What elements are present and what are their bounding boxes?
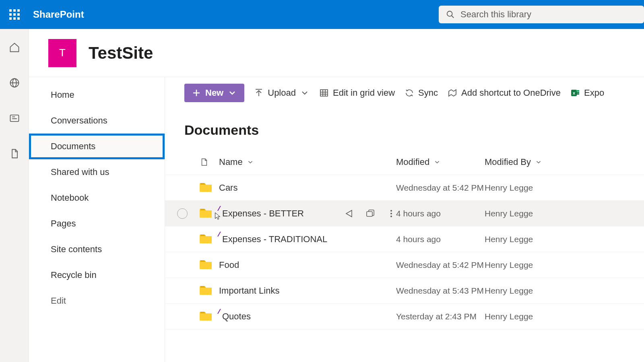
nav-documents[interactable]: Documents <box>29 134 165 159</box>
file-icon <box>9 148 20 159</box>
nav-edit[interactable]: Edit <box>29 288 165 314</box>
folder-icon <box>200 284 213 295</box>
item-modified-by: Henry Legge <box>485 209 565 218</box>
col-modified-label: Modified <box>396 157 429 167</box>
share-icon[interactable] <box>345 209 354 218</box>
grid-view-button[interactable]: Edit in grid view <box>319 88 395 98</box>
app-rail <box>0 29 29 362</box>
folder-icon <box>200 181 213 192</box>
new-button[interactable]: New <box>184 84 244 102</box>
document-list: Name Modified Modified By <box>165 149 644 362</box>
svg-point-0 <box>447 11 452 16</box>
list-header: Name Modified Modified By <box>165 149 644 175</box>
list-row[interactable]: ⁄⁄⁄Expenses - BETTER4 hours agoHenry Leg… <box>165 201 644 226</box>
list-row[interactable]: FoodWednesday at 5:42 PMHenry Legge <box>165 252 644 278</box>
item-modified: Wednesday at 5:42 PM <box>396 183 485 193</box>
svg-point-24 <box>390 213 392 214</box>
nav-notebook[interactable]: Notebook <box>29 185 165 211</box>
site-name[interactable]: TestSite <box>89 43 153 63</box>
item-name[interactable]: Quotes <box>222 311 251 322</box>
site-logo[interactable]: T <box>48 39 76 67</box>
rail-home[interactable] <box>6 39 23 56</box>
col-name-label: Name <box>219 157 243 167</box>
search-box[interactable] <box>439 6 644 23</box>
svg-rect-22 <box>367 212 372 216</box>
sync-icon <box>405 88 414 98</box>
app-launcher[interactable] <box>0 0 29 29</box>
svg-rect-20 <box>576 92 579 93</box>
svg-text:x: x <box>573 90 576 95</box>
svg-line-1 <box>452 16 454 18</box>
nav-recycle-bin[interactable]: Recycle bin <box>29 262 165 288</box>
item-name[interactable]: Food <box>219 260 239 270</box>
command-bar: New Upload Edit in grid view <box>165 83 644 103</box>
rail-news[interactable] <box>6 109 23 127</box>
svg-rect-19 <box>576 90 579 91</box>
site-header: T TestSite <box>29 29 644 77</box>
export-button[interactable]: x Expo <box>570 88 604 98</box>
waffle-icon <box>9 9 20 20</box>
folder-icon <box>200 207 213 218</box>
nav-site-contents[interactable]: Site contents <box>29 237 165 262</box>
move-icon[interactable] <box>365 209 375 218</box>
item-modified-by: Henry Legge <box>485 234 565 244</box>
svg-point-25 <box>390 216 392 217</box>
upload-icon <box>254 88 264 98</box>
chevron-down-icon <box>227 88 237 98</box>
more-icon[interactable] <box>386 209 396 218</box>
list-row[interactable]: CarsWednesday at 5:42 PMHenry Legge <box>165 175 644 201</box>
item-modified: Wednesday at 5:43 PM <box>396 286 485 296</box>
item-name[interactable]: Cars <box>219 183 237 193</box>
col-name[interactable]: Name <box>219 157 396 167</box>
grid-label: Edit in grid view <box>333 88 395 98</box>
rail-global[interactable] <box>6 74 23 92</box>
library-title: Documents <box>165 103 644 149</box>
folder-icon <box>200 233 213 243</box>
nav-home[interactable]: Home <box>29 82 165 108</box>
col-modified[interactable]: Modified <box>396 157 485 167</box>
item-modified-by: Henry Legge <box>485 260 565 270</box>
item-modified-by: Henry Legge <box>485 286 565 296</box>
col-type[interactable] <box>200 156 219 168</box>
suite-title[interactable]: SharePoint <box>33 9 84 20</box>
shortcut-label: Add shortcut to OneDrive <box>461 88 561 98</box>
item-name[interactable]: Expenses - BETTER <box>222 208 304 219</box>
search-input[interactable] <box>460 9 637 20</box>
svg-point-23 <box>390 210 392 212</box>
export-label: Expo <box>584 88 604 98</box>
document-icon <box>200 156 208 168</box>
nav-shared[interactable]: Shared with us <box>29 159 165 185</box>
search-icon <box>446 10 455 19</box>
shortcut-button[interactable]: Add shortcut to OneDrive <box>448 88 561 98</box>
list-row[interactable]: Important LinksWednesday at 5:43 PMHenry… <box>165 278 644 304</box>
item-modified: Yesterday at 2:43 PM <box>396 312 485 321</box>
globe-icon <box>9 77 20 88</box>
item-name[interactable]: Expenses - TRADITIONAL <box>222 234 327 245</box>
home-icon <box>9 42 20 53</box>
list-row[interactable]: ⁄⁄⁄QuotesYesterday at 2:43 PMHenry Legge <box>165 304 644 329</box>
grid-icon <box>319 88 329 98</box>
sync-button[interactable]: Sync <box>405 88 438 98</box>
select-circle[interactable] <box>177 208 188 219</box>
item-modified: Wednesday at 5:42 PM <box>396 260 485 270</box>
item-modified: 4 hours ago <box>396 209 485 218</box>
item-name[interactable]: Important Links <box>219 286 279 296</box>
chevron-down-icon <box>300 88 310 98</box>
svg-rect-21 <box>576 93 579 95</box>
rail-files[interactable] <box>6 145 23 162</box>
svg-rect-12 <box>320 90 328 96</box>
shortcut-icon <box>448 88 457 98</box>
list-row[interactable]: ⁄⁄⁄Expenses - TRADITIONAL4 hours agoHenr… <box>165 226 644 252</box>
folder-icon <box>200 310 213 321</box>
item-modified-by: Henry Legge <box>485 312 565 321</box>
nav-conversations[interactable]: Conversations <box>29 108 165 134</box>
item-modified: 4 hours ago <box>396 234 485 244</box>
col-modified-by[interactable]: Modified By <box>485 157 565 167</box>
col-modifiedby-label: Modified By <box>485 157 531 167</box>
excel-icon: x <box>570 88 580 98</box>
upload-button[interactable]: Upload <box>254 88 310 98</box>
chevron-down-icon <box>433 158 441 166</box>
item-modified-by: Henry Legge <box>485 183 565 193</box>
nav-pages[interactable]: Pages <box>29 211 165 237</box>
plus-icon <box>192 88 201 98</box>
